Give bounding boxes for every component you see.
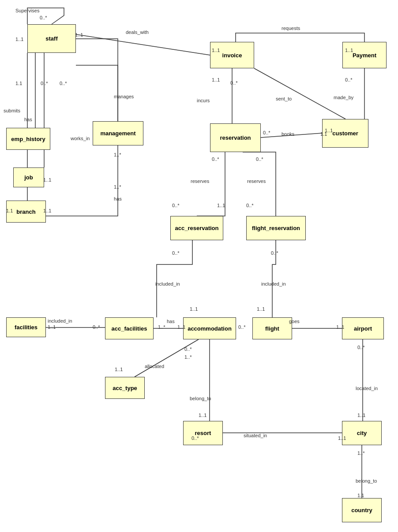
label-11-country: 1.1 bbox=[357, 493, 364, 498]
entity-acc-type: acc_type bbox=[105, 377, 145, 399]
label-11-job: 1..1 bbox=[43, 177, 51, 182]
entity-flight-reservation: flight_reservation bbox=[246, 216, 306, 240]
entity-facilities: facilities bbox=[6, 317, 46, 337]
label-11-deals: 1..1 bbox=[75, 32, 83, 37]
label-11-res-acc: 1..1 bbox=[217, 203, 225, 208]
svg-line-0 bbox=[254, 68, 345, 119]
entity-airport: airport bbox=[342, 317, 384, 339]
label-1star-city: 1..* bbox=[357, 450, 365, 456]
label-11-airport: 1..1 bbox=[336, 324, 344, 330]
label-goes: goes bbox=[289, 319, 300, 324]
label-0star-res-cust: 0..* bbox=[263, 130, 270, 135]
label-included-in-fac: included_in bbox=[48, 318, 72, 324]
entity-staff: staff bbox=[27, 24, 76, 53]
label-belong-to-resort: belong_to bbox=[190, 396, 211, 401]
label-1star-mgmt: 1..* bbox=[114, 152, 121, 157]
label-1star-acc-bot: 1..* bbox=[184, 354, 192, 360]
label-allocated: allocated bbox=[145, 364, 164, 369]
label-11-fac: 1..1 bbox=[48, 324, 56, 330]
label-11-acctype: 1..1 bbox=[115, 367, 123, 372]
label-11-staff-left: 1..1 bbox=[15, 37, 23, 42]
label-requests: requests bbox=[282, 26, 300, 31]
label-0star-res-acc: 0..* bbox=[212, 156, 219, 162]
label-11-invoice2: 1..1 bbox=[212, 77, 220, 82]
label-11-invoice: 1..1 bbox=[212, 48, 220, 53]
label-0star-res-flt: 0..* bbox=[256, 156, 263, 162]
label-located-in: located_in bbox=[356, 386, 378, 391]
label-0star-staff-mid: 0..* bbox=[41, 81, 48, 86]
label-0star-resort: 0..* bbox=[191, 435, 199, 441]
uml-diagram: staff emp_history job branch management … bbox=[0, 0, 398, 532]
entity-acc-facilities: acc_facilities bbox=[105, 317, 154, 339]
label-has-mgmt: has bbox=[114, 196, 122, 201]
label-deals-with: deals_with bbox=[126, 30, 149, 35]
entity-invoice: invoice bbox=[210, 42, 254, 68]
label-reserves-acc: reserves bbox=[191, 179, 209, 184]
connection-lines bbox=[0, 0, 398, 532]
label-supervises: Supervises bbox=[15, 8, 39, 13]
label-included-in-acc: included_in bbox=[155, 281, 180, 286]
label-0star-acc-bot: 0..* bbox=[184, 346, 192, 352]
entity-emp-history: emp_history bbox=[6, 128, 50, 150]
entity-management: management bbox=[93, 121, 143, 145]
entity-customer: customer bbox=[322, 119, 368, 148]
label-1star-accfac-has: 1..* bbox=[158, 324, 165, 330]
label-0star-flt-res: 0..* bbox=[246, 203, 254, 208]
label-11-flt-top: 1..1 bbox=[257, 306, 265, 312]
label-has-accfac: has bbox=[167, 319, 175, 324]
entity-city: city bbox=[342, 421, 382, 445]
entity-reservation: reservation bbox=[210, 123, 261, 152]
entity-flight: flight bbox=[252, 317, 292, 339]
label-11-cust: 1..1 bbox=[325, 128, 333, 133]
label-11-branch-left: 1.1 bbox=[6, 208, 13, 213]
label-belong-to-country: belong_to bbox=[356, 478, 377, 484]
label-11-city-top: 1..1 bbox=[357, 413, 365, 418]
entity-accommodation: accommodation bbox=[183, 317, 236, 339]
label-books: books bbox=[282, 131, 294, 137]
label-11-resort-top: 1..1 bbox=[199, 413, 207, 418]
label-0star-staff-right2: 0..* bbox=[60, 81, 67, 86]
label-incurs: incurs bbox=[197, 98, 210, 103]
label-has-staff: has bbox=[24, 117, 32, 122]
label-0star-acc-inc: 0..* bbox=[172, 250, 180, 256]
label-made-by: made_by bbox=[334, 95, 353, 100]
entity-country: country bbox=[342, 498, 382, 522]
label-11-payment: 1..1 bbox=[345, 48, 353, 53]
entity-resort: resort bbox=[183, 421, 223, 445]
label-0star-flt-inc: 0..* bbox=[271, 250, 278, 256]
label-0star-accfac: 0..* bbox=[93, 324, 100, 330]
label-0star-flt-acc: 0..* bbox=[238, 324, 246, 330]
label-situated-in: situated_in bbox=[244, 433, 267, 438]
label-1star-mgmt2: 1..* bbox=[114, 184, 121, 190]
label-11-situated: 1..1 bbox=[338, 435, 346, 441]
label-sent-to: sent_to bbox=[276, 96, 292, 101]
label-11-has-acc: 1..1 bbox=[177, 324, 185, 330]
label-submits: submits bbox=[4, 108, 20, 113]
label-included-in-flt: included_in bbox=[261, 281, 286, 286]
label-0star-payment: 0..* bbox=[345, 77, 353, 82]
entity-job: job bbox=[13, 167, 44, 187]
label-11-acc-top: 1..1 bbox=[190, 306, 198, 312]
entity-acc-reservation: acc_reservation bbox=[170, 216, 223, 240]
entity-payment: Payment bbox=[342, 42, 387, 68]
label-0star-inv-res: 0..* bbox=[230, 80, 238, 86]
label-0star-supervises: 0..* bbox=[40, 15, 47, 20]
label-reserves-flt: reserves bbox=[247, 179, 266, 184]
label-11-staff-left2: 1.1 bbox=[15, 81, 22, 86]
label-works-in: works_in bbox=[71, 136, 90, 141]
label-0star-airport: 0..* bbox=[357, 345, 365, 350]
label-manages: manages bbox=[114, 94, 134, 99]
label-0star-acc-res: 0..* bbox=[172, 203, 180, 208]
label-11-branch-right: 1..1 bbox=[43, 208, 51, 213]
